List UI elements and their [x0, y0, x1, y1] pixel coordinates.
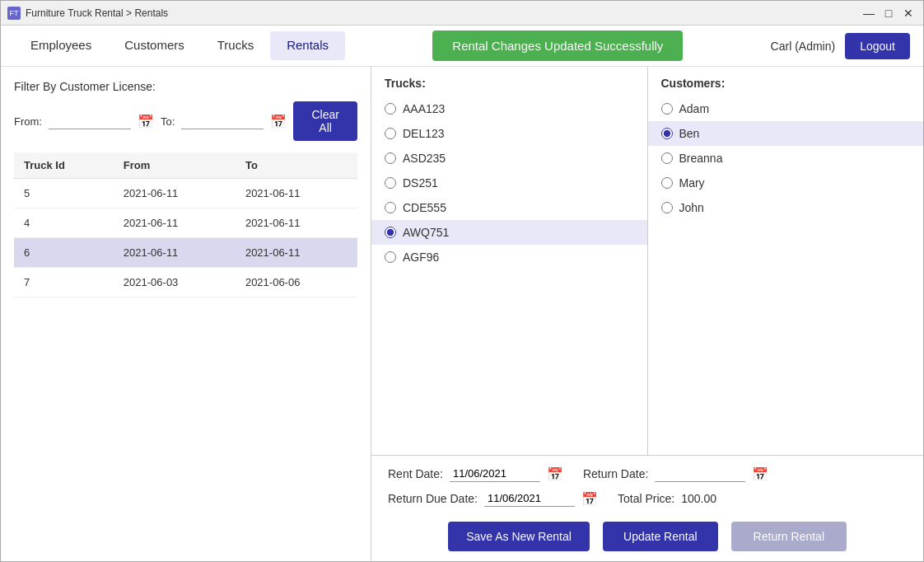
bottom-form: Rent Date: 📅 Return Date: 📅 Return Due D… [371, 455, 923, 561]
main-window: FT Furniture Truck Rental > Rentals — □ … [0, 0, 924, 562]
truck-radio-item[interactable]: CDE555 [371, 195, 647, 220]
truck-label: AWQ751 [403, 226, 449, 239]
table-row[interactable]: 7 2021-06-03 2021-06-06 [14, 268, 357, 297]
cell-truck-id: 5 [14, 179, 114, 208]
truck-radio[interactable] [385, 152, 396, 164]
cell-truck-id: 6 [14, 238, 114, 268]
form-row-2: Return Due Date: 📅 Total Price: 100.00 [388, 490, 907, 507]
customer-label: John [679, 201, 704, 214]
truck-label: CDE555 [403, 201, 446, 214]
col-truck-id: Truck Id [14, 152, 114, 179]
clear-all-button[interactable]: Clear All [293, 101, 357, 141]
tab-rentals[interactable]: Rentals [270, 31, 345, 60]
save-as-new-rental-button[interactable]: Save As New Rental [448, 522, 590, 551]
truck-radio[interactable] [385, 128, 396, 139]
cell-to: 2021-06-11 [236, 179, 357, 208]
customer-radio-item[interactable]: Ben [648, 121, 924, 146]
truck-radio[interactable] [385, 202, 396, 213]
customer-label: Breanna [679, 152, 723, 165]
close-button[interactable]: ✕ [900, 5, 917, 21]
return-date-input[interactable] [655, 466, 745, 482]
customer-radio[interactable] [661, 103, 673, 115]
title-bar-controls: — □ ✕ [861, 5, 917, 21]
truck-radio[interactable] [385, 103, 396, 115]
truck-label: DEL123 [403, 127, 445, 140]
table-row[interactable]: 6 2021-06-11 2021-06-11 [14, 238, 357, 268]
customer-radio[interactable] [661, 152, 673, 164]
filter-row: From: 📅 To: 📅 Clear All [14, 101, 357, 141]
to-calendar-icon[interactable]: 📅 [270, 114, 287, 129]
customer-radio-item[interactable]: John [648, 195, 924, 220]
rent-date-input[interactable] [450, 466, 540, 482]
to-input[interactable] [181, 113, 264, 129]
title-bar-left: FT Furniture Truck Rental > Rentals [7, 7, 168, 20]
customer-radio-item[interactable]: Mary [648, 171, 924, 195]
rent-date-field: Rent Date: 📅 [388, 466, 563, 482]
truck-radio-item[interactable]: ASD235 [371, 146, 647, 171]
return-due-date-field: Return Due Date: 📅 [388, 490, 598, 507]
cell-truck-id: 4 [14, 208, 114, 238]
trucks-list-section: Trucks: AAA123 DEL123 ASD235 DS251 CDE55… [371, 67, 648, 455]
tab-customers[interactable]: Customers [108, 31, 201, 60]
truck-radio-item[interactable]: DEL123 [371, 121, 647, 146]
right-lists: Trucks: AAA123 DEL123 ASD235 DS251 CDE55… [371, 67, 923, 455]
left-panel: Filter By Customer License: From: 📅 To: … [1, 67, 371, 561]
from-input[interactable] [49, 113, 131, 129]
user-label: Carl (Admin) [771, 40, 836, 53]
success-banner: Rental Changes Updated Successfully [432, 30, 683, 61]
truck-label: AAA123 [403, 102, 445, 115]
maximize-button[interactable]: □ [880, 5, 897, 21]
customer-radio[interactable] [661, 202, 673, 213]
customer-label: Ben [679, 127, 700, 140]
truck-radio[interactable] [385, 251, 396, 263]
return-due-date-calendar-icon[interactable]: 📅 [581, 491, 598, 507]
return-due-date-label: Return Due Date: [388, 492, 478, 505]
from-calendar-icon[interactable]: 📅 [138, 114, 154, 129]
logout-button[interactable]: Logout [845, 33, 910, 59]
return-date-calendar-icon[interactable]: 📅 [752, 466, 768, 482]
total-price-label: Total Price: [618, 492, 674, 505]
window-title: Furniture Truck Rental > Rentals [26, 7, 168, 19]
truck-radio-item[interactable]: DS251 [371, 171, 647, 195]
return-rental-button[interactable]: Return Rental [731, 522, 847, 551]
tab-employees[interactable]: Employees [14, 31, 108, 60]
rent-date-calendar-icon[interactable]: 📅 [547, 466, 563, 482]
table-row[interactable]: 5 2021-06-11 2021-06-11 [14, 179, 357, 208]
truck-label: DS251 [403, 176, 438, 190]
return-date-field: Return Date: 📅 [583, 466, 768, 482]
main-content: Filter By Customer License: From: 📅 To: … [1, 67, 923, 561]
return-due-date-input[interactable] [484, 490, 575, 507]
customers-list-section: Customers: Adam Ben Breanna Mary John [648, 67, 924, 455]
truck-radio-item[interactable]: AWQ751 [371, 220, 647, 245]
truck-radio-item[interactable]: AGF96 [371, 245, 647, 269]
rent-date-label: Rent Date: [388, 467, 443, 480]
cell-from: 2021-06-11 [114, 238, 236, 268]
nav-tabs: Employees Customers Trucks Rentals [14, 31, 345, 60]
cell-from: 2021-06-11 [114, 179, 236, 208]
return-date-label: Return Date: [583, 467, 648, 480]
truck-radio-item[interactable]: AAA123 [371, 96, 647, 121]
from-label: From: [14, 115, 42, 128]
cell-to: 2021-06-11 [236, 238, 357, 268]
cell-to: 2021-06-06 [236, 268, 357, 297]
minimize-button[interactable]: — [861, 5, 877, 21]
truck-radio[interactable] [385, 177, 396, 189]
nav-right: Carl (Admin) Logout [771, 33, 910, 59]
truck-label: AGF96 [403, 251, 439, 264]
filter-label: Filter By Customer License: [14, 80, 357, 93]
customer-radio-item[interactable]: Adam [648, 96, 924, 121]
trucks-list-title: Trucks: [371, 77, 647, 96]
col-to: To [236, 152, 357, 179]
rental-table: Truck Id From To 5 2021-06-11 2021-06-11… [14, 152, 357, 297]
table-row[interactable]: 4 2021-06-11 2021-06-11 [14, 208, 357, 238]
trucks-list: AAA123 DEL123 ASD235 DS251 CDE555 AWQ751… [371, 96, 647, 269]
truck-radio[interactable] [385, 227, 396, 238]
app-icon: FT [7, 7, 21, 20]
update-rental-button[interactable]: Update Rental [603, 522, 718, 551]
customer-radio-item[interactable]: Breanna [648, 146, 924, 171]
tab-trucks[interactable]: Trucks [201, 31, 270, 60]
customer-radio[interactable] [661, 128, 673, 139]
to-label: To: [161, 115, 175, 128]
cell-from: 2021-06-11 [114, 208, 236, 238]
customer-radio[interactable] [661, 177, 673, 189]
